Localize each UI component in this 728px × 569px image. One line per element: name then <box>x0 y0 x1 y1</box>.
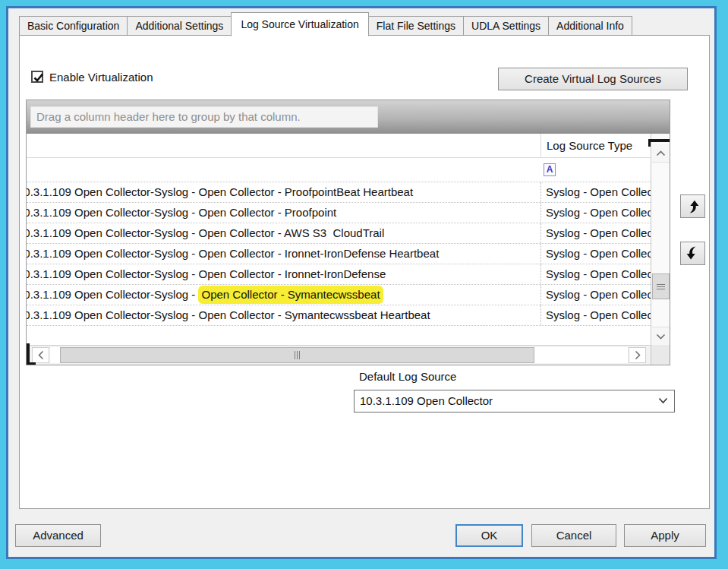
cancel-button[interactable]: Cancel <box>531 524 616 547</box>
log-source-name-cell: 10.3.1.109 Open Collector-Syslog - Open … <box>27 305 540 325</box>
curved-arrow-down-icon <box>685 245 701 261</box>
default-log-source-value: 10.3.1.109 Open Collector <box>360 394 493 407</box>
scrollbar-corner <box>651 345 670 365</box>
yellow-highlight: Open Collector - Symantecwssbeat <box>198 286 383 304</box>
default-log-source-label: Default Log Source <box>359 370 456 383</box>
log-source-name-cell: 10.3.1.109 Open Collector-Syslog - Open … <box>27 182 540 202</box>
log-source-name-cell: 10.3.1.109 Open Collector-Syslog - Open … <box>27 264 540 284</box>
tab-basic-configuration[interactable]: Basic Configuration <box>19 16 128 36</box>
log-source-type-cell: Syslog - Open Collector <box>540 285 651 305</box>
chevron-right-icon <box>635 350 641 360</box>
column-header-log-source-type[interactable]: Log Source Type <box>540 134 651 158</box>
log-source-type-cell: Syslog - Open Collector <box>540 264 651 284</box>
chevron-up-icon <box>656 150 666 156</box>
scroll-down-button[interactable] <box>652 327 670 345</box>
ok-button[interactable]: OK <box>455 524 523 547</box>
vertical-scrollbar[interactable] <box>651 134 670 345</box>
apply-button[interactable]: Apply <box>624 524 706 547</box>
grid-row[interactable]: 10.3.1.109 Open Collector-Syslog - Open … <box>27 305 651 326</box>
group-by-hint: Drag a column header here to group by th… <box>30 106 378 128</box>
chevron-down-icon <box>658 397 668 404</box>
grid-row[interactable]: 10.3.1.109 Open Collector-Syslog - Open … <box>27 223 651 244</box>
log-source-properties-dialog: Basic Configuration Additional Settings … <box>6 6 717 559</box>
grid-row[interactable]: 10.3.1.109 Open Collector-Syslog - Open … <box>27 182 651 203</box>
checkmark-icon <box>32 71 46 84</box>
advanced-button[interactable]: Advanced <box>15 524 101 547</box>
grid-corner-mark-top <box>648 139 670 147</box>
tab-flat-file-settings[interactable]: Flat File Settings <box>368 16 464 36</box>
log-source-type-cell: Syslog - Open Collector <box>540 182 651 202</box>
horizontal-scrollbar-thumb[interactable] <box>60 347 534 363</box>
grid-header-row: Log Source Type <box>27 134 651 158</box>
log-source-type-cell: Syslog - Open Collector <box>540 203 651 223</box>
grid-row[interactable]: 10.3.1.109 Open Collector-Syslog - Open … <box>27 244 651 264</box>
grid-filter-row[interactable]: A <box>27 158 651 182</box>
create-virtual-log-sources-button[interactable]: Create Virtual Log Sources <box>498 68 688 90</box>
enable-virtualization-label: Enable Virtualization <box>49 71 153 84</box>
tab-additional-settings[interactable]: Additional Settings <box>127 16 232 36</box>
tab-udla-settings[interactable]: UDLA Settings <box>463 16 549 36</box>
tab-bar: Basic Configuration Additional Settings … <box>19 11 632 36</box>
grid-row-highlighted[interactable]: 10.3.1.109 Open Collector-Syslog - Open … <box>27 285 651 305</box>
enable-virtualization-row: Enable Virtualization <box>31 69 153 84</box>
vertical-scrollbar-thumb[interactable] <box>652 273 670 299</box>
log-source-type-cell: Syslog - Open Collector <box>540 305 651 325</box>
grid-row[interactable]: 10.3.1.109 Open Collector-Syslog - Open … <box>27 203 651 223</box>
log-source-type-cell: Syslog - Open Collector <box>540 244 651 264</box>
log-source-name-cell: 10.3.1.109 Open Collector-Syslog - Open … <box>27 285 540 305</box>
log-source-type-cell: Syslog - Open Collector <box>540 223 651 243</box>
grid-corner-mark-bottom <box>27 343 36 365</box>
grid-row[interactable]: 10.3.1.109 Open Collector-Syslog - Open … <box>27 264 651 285</box>
horizontal-scrollbar-track[interactable] <box>50 347 628 363</box>
enable-virtualization-checkbox[interactable] <box>31 71 43 83</box>
scroll-right-button[interactable] <box>629 347 646 363</box>
grid-rows: 10.3.1.109 Open Collector-Syslog - Open … <box>27 182 651 326</box>
group-by-panel[interactable]: Drag a column header here to group by th… <box>27 100 670 134</box>
text-filter-icon[interactable]: A <box>544 163 556 176</box>
default-log-source-dropdown[interactable]: 10.3.1.109 Open Collector <box>354 390 675 413</box>
move-row-up-button[interactable] <box>680 194 705 218</box>
log-source-name-cell: 10.3.1.109 Open Collector-Syslog - Open … <box>27 223 540 243</box>
horizontal-scrollbar[interactable] <box>27 345 651 365</box>
scroll-up-button[interactable] <box>652 144 670 163</box>
move-row-down-button[interactable] <box>680 242 705 265</box>
virtual-log-sources-grid: Drag a column header here to group by th… <box>26 100 670 365</box>
log-source-name-cell: 10.3.1.109 Open Collector-Syslog - Open … <box>27 203 540 223</box>
tab-log-source-virtualization[interactable]: Log Source Virtualization <box>231 12 368 36</box>
curved-arrow-up-icon <box>685 198 701 214</box>
log-source-name-cell: 10.3.1.109 Open Collector-Syslog - Open … <box>27 244 540 264</box>
chevron-left-icon <box>38 350 44 360</box>
tab-page-log-source-virtualization: Enable Virtualization Create Virtual Log… <box>19 35 710 509</box>
tab-additional-info[interactable]: Additional Info <box>548 16 632 36</box>
chevron-down-icon <box>656 333 666 340</box>
